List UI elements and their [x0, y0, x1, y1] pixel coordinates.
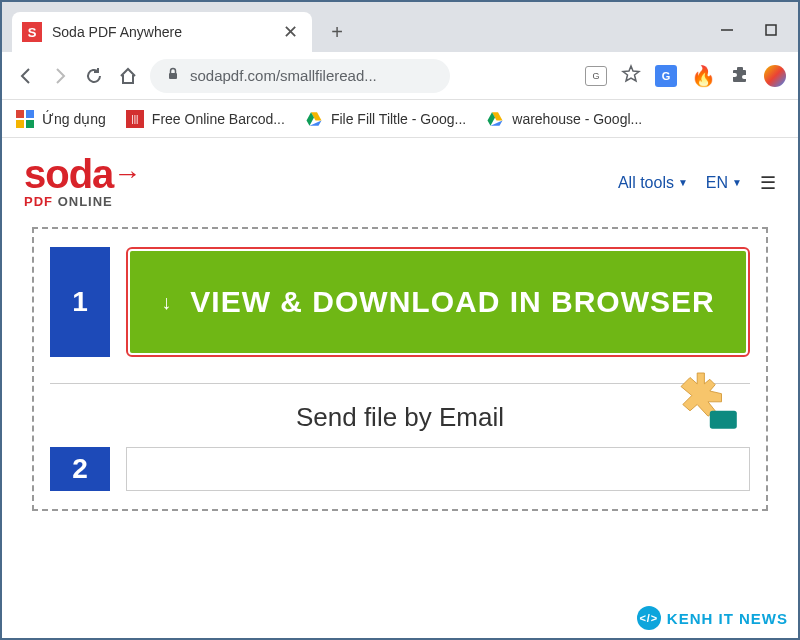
tools-menu: All tools ▼ EN ▼ ☰	[618, 172, 776, 194]
page-header: soda → PDF ONLINE All tools ▼ EN ▼ ☰	[2, 138, 798, 227]
bookmark-barcode[interactable]: ||| Free Online Barcod...	[126, 110, 285, 128]
forward-button[interactable]	[48, 64, 72, 88]
step-1-row: 1 ↓ VIEW & DOWNLOAD IN BROWSER	[50, 247, 750, 357]
reload-button[interactable]	[82, 64, 106, 88]
download-icon: ↓	[161, 291, 172, 314]
minimize-button[interactable]	[720, 23, 734, 37]
fire-ext-icon[interactable]: 🔥	[691, 64, 716, 88]
step-2-row: 2	[50, 447, 750, 491]
browser-navbar: sodapdf.com/smallfileread... G G 🔥	[2, 52, 798, 100]
caret-down-icon: ▼	[732, 177, 742, 188]
bookmark-apps[interactable]: Ứng dụng	[16, 110, 106, 128]
extensions-icon[interactable]	[730, 64, 750, 88]
soda-logo[interactable]: soda → PDF ONLINE	[24, 156, 141, 209]
lock-icon	[166, 67, 180, 84]
home-button[interactable]	[116, 64, 140, 88]
profile-avatar[interactable]	[764, 65, 786, 87]
apps-icon	[16, 110, 34, 128]
button-label: VIEW & DOWNLOAD IN BROWSER	[190, 285, 714, 319]
address-bar[interactable]: sodapdf.com/smallfileread...	[150, 59, 450, 93]
bookmark-label: warehouse - Googl...	[512, 111, 642, 127]
email-input[interactable]	[126, 447, 750, 491]
bookmark-star-icon[interactable]	[621, 64, 641, 88]
google-translate-ext-icon[interactable]: G	[655, 65, 677, 87]
translate-icon[interactable]: G	[585, 66, 607, 86]
new-tab-button[interactable]: +	[322, 17, 352, 47]
view-download-button[interactable]: ↓ VIEW & DOWNLOAD IN BROWSER	[130, 251, 746, 353]
hand-pointer-icon	[654, 355, 744, 445]
bookmark-label: File Fill Tiltle - Goog...	[331, 111, 466, 127]
browser-titlebar: S Soda PDF Anywhere ✕ +	[2, 2, 798, 52]
url-text: sodapdf.com/smallfileread...	[190, 67, 377, 84]
email-section-title: Send file by Email	[50, 402, 750, 433]
watermark-icon: </>	[637, 606, 661, 630]
barcode-icon: |||	[126, 110, 144, 128]
tab-close-button[interactable]: ✕	[283, 21, 298, 43]
menu-burger-icon[interactable]: ☰	[760, 172, 776, 194]
maximize-button[interactable]	[764, 23, 778, 37]
window-controls	[720, 23, 798, 52]
svg-rect-1	[766, 25, 776, 35]
download-panel: 1 ↓ VIEW & DOWNLOAD IN BROWSER Send file…	[32, 227, 768, 511]
watermark: </> KENH IT NEWS	[637, 606, 788, 630]
all-tools-dropdown[interactable]: All tools ▼	[618, 174, 688, 192]
watermark-text: KENH IT NEWS	[667, 610, 788, 627]
step-number-1: 1	[50, 247, 110, 357]
step-number-2: 2	[50, 447, 110, 491]
bookmark-drive-1[interactable]: File Fill Tiltle - Goog...	[305, 110, 466, 128]
tab-title: Soda PDF Anywhere	[52, 24, 273, 40]
svg-rect-3	[710, 411, 737, 429]
divider	[50, 383, 750, 384]
bookmark-label: Ứng dụng	[42, 111, 106, 127]
menu-label: EN	[706, 174, 728, 192]
drive-icon	[486, 110, 504, 128]
caret-down-icon: ▼	[678, 177, 688, 188]
browser-tab[interactable]: S Soda PDF Anywhere ✕	[12, 12, 312, 52]
language-dropdown[interactable]: EN ▼	[706, 174, 742, 192]
bookmark-drive-2[interactable]: warehouse - Googl...	[486, 110, 642, 128]
svg-rect-2	[169, 73, 177, 79]
back-button[interactable]	[14, 64, 38, 88]
logo-arrow-icon: →	[113, 158, 141, 190]
menu-label: All tools	[618, 174, 674, 192]
logo-text: soda	[24, 156, 113, 192]
page-content: soda → PDF ONLINE All tools ▼ EN ▼ ☰ 1	[2, 138, 798, 511]
logo-subtitle: PDF ONLINE	[24, 194, 141, 209]
bookmark-label: Free Online Barcod...	[152, 111, 285, 127]
tab-favicon: S	[22, 22, 42, 42]
bookmarks-bar: Ứng dụng ||| Free Online Barcod... File …	[2, 100, 798, 138]
download-button-highlight: ↓ VIEW & DOWNLOAD IN BROWSER	[126, 247, 750, 357]
drive-icon	[305, 110, 323, 128]
